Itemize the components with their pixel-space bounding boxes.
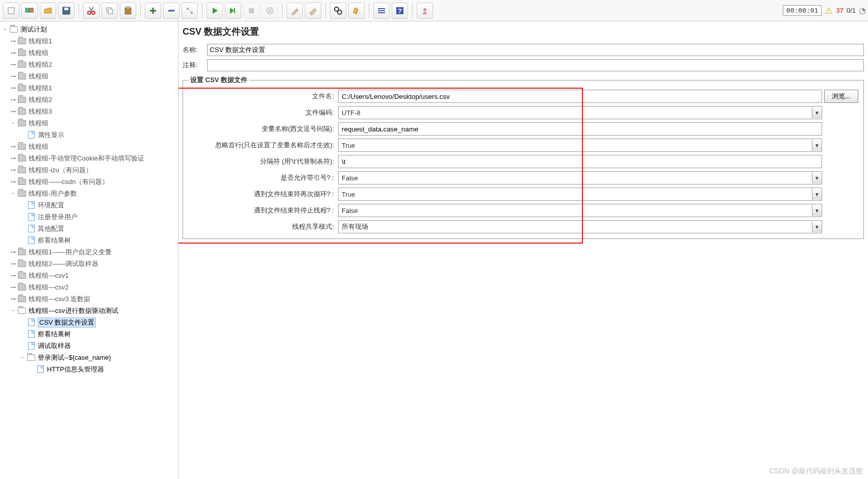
new-button[interactable] [3, 3, 19, 19]
tree-node[interactable]: −线程组 [0, 117, 178, 129]
tree-node[interactable]: ⊶线程组-izu（有问题） [0, 164, 178, 176]
doc-icon [27, 225, 36, 233]
tree-toggle-icon[interactable]: ⊶ [10, 50, 16, 56]
open-button[interactable] [40, 3, 56, 19]
field-input[interactable] [338, 90, 822, 103]
svg-point-16 [338, 10, 342, 14]
field-input[interactable] [338, 122, 822, 136]
copy-button[interactable] [101, 3, 118, 19]
tree-toggle-icon[interactable]: − [10, 191, 16, 196]
tree-node[interactable]: ⊶线程组—csv2 [0, 281, 178, 293]
tree-toggle-icon[interactable]: ⊶ [10, 97, 16, 102]
run-button[interactable] [207, 3, 223, 19]
function-helper-button[interactable] [373, 3, 390, 19]
field-input[interactable] [338, 155, 822, 168]
svg-rect-18 [378, 10, 385, 11]
tree-toggle-icon[interactable]: ⊶ [10, 144, 16, 149]
browse-button[interactable]: 浏览... [824, 90, 858, 103]
collapse-button[interactable] [163, 3, 180, 19]
tree-node[interactable]: CSV 数据文件设置 [0, 316, 178, 328]
tree-node[interactable]: ⊶线程组2——调试取样器 [0, 258, 178, 270]
tree-toggle-icon[interactable]: − [10, 308, 16, 313]
paste-button[interactable] [120, 3, 136, 19]
test-plan-tree[interactable]: −测试计划⊶线程组1⊶线程组⊶线程组2⊶线程组⊶线程组1⊶线程组2⊶线程组3−线… [0, 21, 178, 479]
tree-toggle-icon[interactable]: ⊶ [10, 155, 16, 161]
tree-node-label: 线程组—csv3 造数据 [29, 295, 90, 304]
field-select[interactable]: True▼ [338, 188, 822, 201]
tree-node[interactable]: ⊶线程组1 [0, 35, 178, 47]
clear-button[interactable] [287, 3, 303, 19]
tree-toggle-icon[interactable]: ⊶ [10, 273, 16, 278]
tree-node[interactable]: 其他配置 [0, 223, 178, 234]
folder-icon [17, 49, 27, 57]
tree-node[interactable]: −线程组—csv进行数据驱动测试 [0, 305, 178, 316]
tree-toggle-icon[interactable]: − [10, 120, 16, 126]
tree-toggle-icon[interactable]: ⊶ [10, 179, 16, 184]
field-select[interactable]: True▼ [338, 139, 822, 152]
warning-icon[interactable]: ⚠ [825, 5, 833, 16]
help-button[interactable]: ? [392, 3, 408, 19]
tree-toggle-icon[interactable]: ⊶ [10, 85, 16, 91]
tree-node[interactable]: −登录测试--${case_name} [0, 352, 178, 363]
tree-toggle-icon[interactable]: ⊶ [10, 261, 16, 267]
field-select[interactable]: False▼ [338, 171, 822, 184]
tree-toggle-icon[interactable]: ⊶ [10, 296, 16, 302]
tree-toggle-icon[interactable]: − [2, 26, 8, 32]
toggle-button[interactable] [182, 3, 198, 19]
tree-node[interactable]: 属性显示 [0, 129, 178, 141]
folder-icon [17, 61, 27, 69]
tree-node[interactable]: 环境配置 [0, 199, 178, 211]
reset-search-button[interactable] [348, 3, 365, 19]
field-select[interactable]: False▼ [338, 204, 822, 217]
run-notimers-button[interactable] [225, 3, 241, 19]
svg-rect-10 [126, 7, 130, 9]
name-input[interactable] [207, 44, 864, 56]
search-button[interactable] [330, 3, 346, 19]
gauge-icon[interactable]: ◔ [859, 6, 866, 15]
tree-node[interactable]: 调试取样器 [0, 340, 178, 352]
doc-icon [27, 213, 36, 221]
tree-node-label: 察看结果树 [38, 236, 71, 245]
tree-node[interactable]: ⊶线程组-手动管理Cookie和手动填写验证 [0, 152, 178, 164]
tree-node[interactable]: ⊶线程组1——用户自定义变量 [0, 246, 178, 258]
tree-node[interactable]: ⊶线程组——csdn（有问题） [0, 176, 178, 188]
tree-toggle-icon[interactable]: ⊶ [10, 284, 16, 290]
tree-node[interactable]: ⊶线程组 [0, 141, 178, 152]
clear-all-button[interactable] [305, 3, 321, 19]
folder-open-icon [27, 354, 36, 362]
field-select[interactable]: 所有现场▼ [338, 220, 822, 233]
tree-toggle-icon[interactable]: − [19, 355, 25, 360]
cut-button[interactable] [83, 3, 99, 19]
comment-input[interactable] [207, 59, 864, 71]
tree-toggle-icon[interactable]: ⊶ [10, 38, 16, 44]
tree-toggle-icon[interactable]: ⊶ [10, 109, 16, 114]
stop-button[interactable] [243, 3, 260, 19]
tree-node[interactable]: −测试计划 [0, 23, 178, 35]
tree-node[interactable]: 察看结果树 [0, 328, 178, 340]
tree-node[interactable]: HTTP信息头管理器 [0, 363, 178, 375]
expand-button[interactable] [145, 3, 161, 19]
tree-node[interactable]: ⊶线程组 [0, 70, 178, 82]
tree-toggle-icon[interactable]: ⊶ [10, 62, 16, 67]
templates-button[interactable] [21, 3, 38, 19]
thread-dump-button[interactable] [417, 3, 433, 19]
folder-icon [17, 178, 27, 186]
field-select[interactable]: UTF-8▼ [338, 106, 822, 119]
tree-node[interactable]: −线程组-用户参数 [0, 188, 178, 199]
tree-node[interactable]: ⊶线程组3 [0, 105, 178, 117]
tree-toggle-icon[interactable]: ⊶ [10, 249, 16, 255]
tree-node[interactable]: 察看结果树 [0, 234, 178, 246]
tree-node[interactable]: ⊶线程组—csv1 [0, 270, 178, 281]
tree-toggle-icon[interactable]: ⊶ [10, 167, 16, 173]
tree-node-label: 线程组——csdn（有问题） [29, 177, 109, 187]
tree-node[interactable]: ⊶线程组2 [0, 59, 178, 70]
tree-node[interactable]: ⊶线程组1 [0, 82, 178, 94]
shutdown-button[interactable] [262, 3, 278, 19]
tree-node[interactable]: ⊶线程组 [0, 47, 178, 59]
save-button[interactable] [58, 3, 74, 19]
tree-toggle-icon[interactable]: ⊶ [10, 73, 16, 79]
tree-node[interactable]: 注册登录用户 [0, 211, 178, 223]
tree-node[interactable]: ⊶线程组—csv3 造数据 [0, 293, 178, 305]
folder-icon [17, 283, 27, 291]
tree-node[interactable]: ⊶线程组2 [0, 94, 178, 105]
